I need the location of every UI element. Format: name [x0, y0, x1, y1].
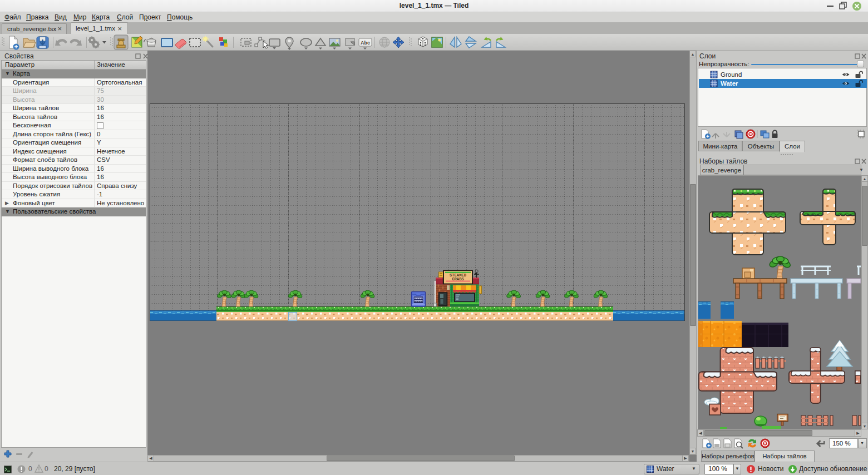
svg-text:Abc: Abc [361, 40, 370, 46]
svg-text:CRABS: CRABS [452, 277, 464, 281]
